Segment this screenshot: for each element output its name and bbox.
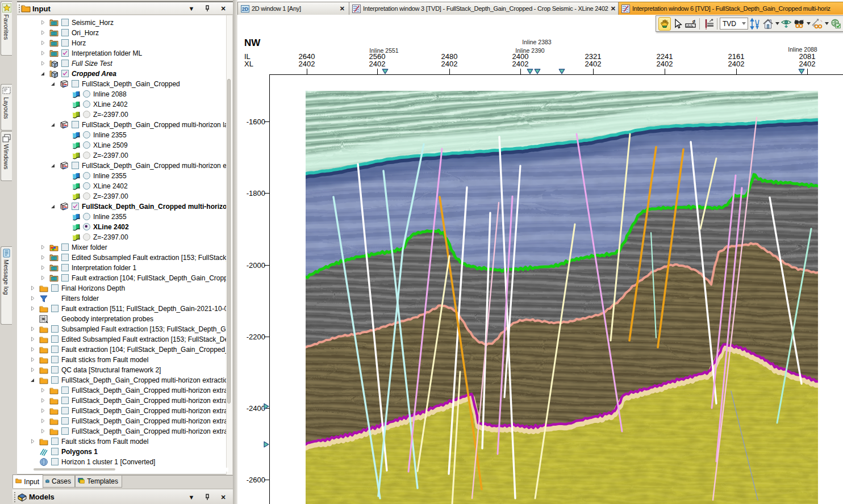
tree-checkbox[interactable] (72, 162, 79, 169)
expand-arrow-icon[interactable] (40, 275, 45, 280)
tree-checkbox[interactable] (61, 417, 69, 425)
tree-checkbox[interactable] (61, 29, 69, 36)
tree-radio[interactable] (83, 100, 90, 108)
tree-row[interactable]: Fault sticks from Fault model (17, 355, 226, 365)
tree-checkbox[interactable] (61, 254, 69, 261)
tree-row[interactable]: Horz (17, 38, 226, 48)
panel-dropdown-button[interactable]: ▼ (187, 5, 195, 12)
tree-checkbox[interactable] (51, 325, 59, 333)
tree-row[interactable]: Fault extraction [511; FullStack_Depth_G… (17, 304, 226, 314)
models-drag-grip[interactable] (14, 492, 16, 502)
tree-row[interactable]: FullStack_Depth_Gain_Cropped multi-horiz… (17, 375, 226, 385)
tree-radio[interactable] (83, 111, 90, 118)
expand-arrow-icon[interactable] (40, 265, 45, 270)
expand-arrow-icon[interactable] (40, 61, 45, 66)
tree-row[interactable]: Inline 2355 (17, 130, 226, 140)
tree-radio[interactable] (83, 233, 90, 241)
tree-row[interactable]: Filters folder (17, 293, 226, 304)
panel-close-button[interactable]: ✕ (219, 5, 227, 12)
expand-arrow-icon[interactable] (40, 398, 45, 403)
collapse-arrow-icon[interactable] (51, 81, 56, 86)
tree-row[interactable]: FullStack_Depth_Gain_Cropped multi-horiz… (17, 396, 226, 406)
bottom-tab-templates[interactable]: Templates (75, 475, 122, 488)
expand-arrow-icon[interactable] (30, 326, 35, 331)
tree-row[interactable]: Z=-2397.00 (17, 150, 226, 161)
expand-arrow-icon[interactable] (40, 51, 45, 56)
expand-arrow-icon[interactable] (40, 429, 45, 434)
tree-row[interactable]: QC data [Structural framework 2] (17, 365, 226, 375)
tree-radio[interactable] (83, 141, 90, 149)
expand-arrow-icon[interactable] (30, 367, 35, 372)
tree-row[interactable]: Inline 2355 (17, 171, 226, 181)
tree-checkbox[interactable] (61, 407, 69, 414)
tree-checkbox[interactable] (51, 356, 59, 363)
collapse-arrow-icon[interactable] (40, 71, 45, 76)
tree-checkbox[interactable] (61, 70, 69, 77)
tree-radio[interactable] (83, 213, 90, 220)
tree-row[interactable]: Ori_Horz (17, 28, 226, 38)
tree-row[interactable]: Seismic_Horz (17, 18, 226, 28)
tree-row[interactable]: Edited Subsampled Fault extraction [153;… (17, 253, 226, 263)
tree-radio[interactable] (83, 182, 90, 190)
tree-row[interactable]: FullStack_Depth_Gain_Cropped (17, 79, 226, 89)
tree-checkbox[interactable] (51, 448, 59, 455)
tree-radio[interactable] (83, 192, 90, 200)
tree-row[interactable]: Cropped Area (17, 69, 226, 79)
expand-arrow-icon[interactable] (30, 357, 35, 362)
tree-row[interactable]: XLine 2402 (17, 181, 226, 191)
expand-arrow-icon[interactable] (40, 245, 45, 250)
tree-checkbox[interactable] (61, 19, 69, 26)
tree-row[interactable]: Interpretation folder 1 (17, 263, 226, 273)
tree-row[interactable]: FullStack_Depth_Gain_Cropped multi-horiz… (17, 201, 226, 212)
expand-arrow-icon[interactable] (40, 30, 45, 35)
tree-checkbox[interactable] (61, 39, 69, 47)
tree-row[interactable]: Edited Subsampled Fault extraction [153;… (17, 334, 226, 345)
expand-arrow-icon[interactable] (40, 408, 45, 413)
expand-arrow-icon[interactable] (30, 337, 35, 342)
tree-checkbox[interactable] (51, 376, 59, 384)
models-pin-button[interactable] (203, 493, 211, 501)
tree-checkbox[interactable] (51, 438, 59, 445)
expand-arrow-icon[interactable] (30, 285, 35, 291)
tree-row[interactable]: Geobody interpretation probes (17, 314, 226, 324)
collapse-arrow-icon[interactable] (51, 163, 56, 168)
collapse-arrow-icon[interactable] (51, 122, 56, 127)
models-dropdown-button[interactable]: ▼ (187, 493, 195, 501)
tree-checkbox[interactable] (61, 397, 69, 404)
panel-drag-grip[interactable] (18, 4, 20, 14)
expand-arrow-icon[interactable] (40, 388, 45, 393)
tree-row[interactable]: FullStack_Depth_Gain_Cropped multi-horiz… (17, 416, 226, 426)
tree-checkbox[interactable] (72, 121, 79, 128)
expand-arrow-icon[interactable] (40, 255, 45, 260)
tree-row[interactable]: Interpretation folder ML (17, 48, 226, 58)
collapse-arrow-icon[interactable] (30, 377, 35, 383)
tree-checkbox[interactable] (51, 366, 59, 373)
expand-arrow-icon[interactable] (40, 418, 45, 423)
tree-row[interactable]: FullStack_Depth_Gain_Cropped multi-horiz… (17, 426, 226, 436)
tree-checkbox[interactable] (51, 346, 59, 353)
tree-radio[interactable] (83, 90, 90, 98)
tree-row[interactable]: XLine 2402 (17, 99, 226, 110)
expand-arrow-icon[interactable] (30, 296, 35, 301)
tree-checkbox[interactable] (61, 60, 69, 67)
tree-row[interactable]: Z=-2397.00 (17, 232, 226, 242)
bottom-tab-input[interactable]: Input (12, 474, 43, 488)
tree-row[interactable]: Z=-2397.00 (17, 191, 226, 201)
sidebar-tab-message-log[interactable]: Message log (1, 246, 12, 325)
tree-checkbox[interactable] (61, 387, 69, 394)
tree-radio[interactable] (83, 223, 90, 230)
tree-row[interactable]: XLine 2509 (17, 140, 226, 150)
models-close-button[interactable]: ✕ (219, 493, 227, 501)
tree-checkbox[interactable] (61, 243, 69, 251)
tree-row[interactable]: FullStack_Depth_Gain_Cropped multi-horiz… (17, 120, 226, 130)
tree-row[interactable]: FullStack_Depth_Gain_Cropped multi-horiz… (17, 385, 226, 396)
panel-pin-button[interactable] (203, 5, 211, 12)
tree-radio[interactable] (83, 131, 90, 138)
tree-checkbox[interactable] (51, 284, 59, 292)
seismic-image[interactable] (306, 91, 818, 504)
tree-checkbox[interactable] (72, 80, 79, 87)
expand-arrow-icon[interactable] (40, 40, 45, 45)
tree-radio[interactable] (83, 152, 90, 159)
tree-checkbox[interactable] (51, 335, 59, 343)
tree-row[interactable]: Full Size Test (17, 58, 226, 69)
